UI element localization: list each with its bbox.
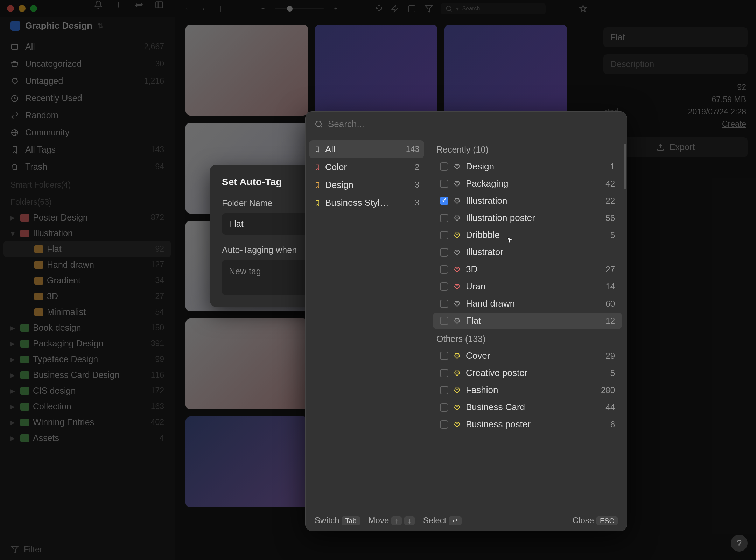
sidebar-item-all-tags[interactable]: All Tags143 — [0, 141, 175, 158]
inspector-title[interactable]: Flat — [603, 27, 748, 47]
tag-flat[interactable]: Flat12 — [433, 313, 622, 329]
back-icon[interactable]: ‹ — [182, 4, 192, 14]
tag-business-poster[interactable]: Business poster6 — [433, 416, 622, 433]
pin-icon[interactable] — [578, 4, 588, 14]
sidebar-item-trash[interactable]: Trash94 — [0, 158, 175, 175]
folder-business-card-design[interactable]: ▸Business Card Design116 — [0, 367, 175, 383]
zoom-in-icon[interactable]: + — [331, 4, 341, 14]
help-button[interactable]: ? — [731, 535, 748, 552]
folder-typeface-design[interactable]: ▸Typeface Design99 — [0, 351, 175, 367]
folder-winning-entries[interactable]: ▸Winning Entries402 — [0, 414, 175, 430]
disclosure-icon[interactable]: ▸ — [10, 354, 17, 364]
folder-assets[interactable]: ▸Assets4 — [0, 430, 175, 446]
tag-business-card[interactable]: Business Card44 — [433, 399, 622, 415]
folder-3d[interactable]: 3D27 — [0, 288, 175, 304]
disclosure-icon[interactable]: ▸ — [10, 370, 17, 380]
tag-packaging[interactable]: Packaging42 — [433, 175, 622, 192]
bell-icon[interactable] — [93, 0, 103, 10]
layout-icon[interactable] — [407, 4, 417, 14]
category-all[interactable]: All143 — [309, 140, 424, 158]
inspector-description[interactable]: Description — [603, 54, 748, 74]
checkbox[interactable] — [440, 420, 448, 429]
tag-illustration[interactable]: Illustration22 — [433, 192, 622, 209]
checkbox[interactable] — [440, 369, 448, 377]
checkbox[interactable] — [440, 197, 448, 205]
folder-cis-design[interactable]: ▸CIS design172 — [0, 383, 175, 399]
search-box[interactable]: ▾ Search — [441, 3, 546, 14]
sidebar-item-community[interactable]: Community — [0, 124, 175, 141]
disclosure-icon[interactable]: ▸ — [10, 433, 17, 443]
sidebar-item-uncategorized[interactable]: Uncategorized30 — [0, 55, 175, 72]
zoom-slider[interactable] — [275, 8, 324, 9]
disclosure-icon[interactable]: ▸ — [10, 386, 17, 396]
folder-book-design[interactable]: ▸Book design150 — [0, 320, 175, 336]
disclosure-icon[interactable]: ▸ — [10, 323, 17, 333]
tag-cover[interactable]: Cover29 — [433, 348, 622, 364]
bolt-icon[interactable] — [390, 4, 400, 14]
thumbnail[interactable] — [444, 24, 567, 115]
sidebar-item-all[interactable]: All2,667 — [0, 38, 175, 55]
picker-search-input[interactable] — [328, 119, 618, 130]
tag-design[interactable]: Design1 — [433, 158, 622, 175]
scrollbar[interactable] — [624, 144, 626, 189]
disclosure-icon[interactable]: ▸ — [10, 401, 17, 412]
disclosure-icon[interactable]: ▸ — [10, 338, 17, 349]
bookmark-icon — [314, 199, 321, 207]
forward-icon[interactable]: › — [199, 4, 209, 14]
extension-icon[interactable] — [373, 4, 383, 14]
folder-poster-design[interactable]: ▸Poster Design872 — [0, 210, 175, 225]
sidebar-item-random[interactable]: Random — [0, 107, 175, 124]
sidebar-item-untagged[interactable]: Untagged1,216 — [0, 72, 175, 90]
checkbox[interactable] — [440, 214, 448, 222]
filter-icon[interactable] — [424, 4, 434, 14]
checkbox[interactable] — [440, 265, 448, 274]
checkbox[interactable] — [440, 231, 448, 239]
category-color[interactable]: Color2 — [309, 158, 424, 176]
checkbox[interactable] — [440, 300, 448, 308]
folders-header[interactable]: Folders(63) — [0, 192, 175, 210]
plus-icon[interactable] — [114, 0, 124, 10]
sidebar-item-recently-used[interactable]: Recently Used — [0, 90, 175, 107]
disclosure-icon[interactable]: ▸ — [10, 417, 17, 427]
tag-fashion[interactable]: Fashion280 — [433, 382, 622, 398]
tag-illustrator[interactable]: Illustrator — [433, 244, 622, 260]
thumbnail[interactable] — [186, 416, 308, 507]
folder-packaging-design[interactable]: ▸Packaging Design391 — [0, 336, 175, 351]
filter-bar[interactable]: Filter — [0, 539, 175, 560]
disclosure-icon[interactable]: ▸ — [10, 212, 17, 223]
tag-dribbble[interactable]: Dribbble5 — [433, 227, 622, 243]
checkbox[interactable] — [440, 282, 448, 291]
category-business-styl-[interactable]: Business Styl…3 — [309, 194, 424, 212]
checkbox[interactable] — [440, 248, 448, 257]
folder-gradient[interactable]: Gradient34 — [0, 273, 175, 288]
checkbox[interactable] — [440, 403, 448, 412]
checkbox[interactable] — [440, 162, 448, 171]
checkbox[interactable] — [440, 352, 448, 360]
tag-3d[interactable]: 3D27 — [433, 261, 622, 278]
smart-folders-header[interactable]: Smart Folders(4) — [0, 175, 175, 192]
tag-label: Fashion — [466, 385, 498, 396]
tag-illustration-poster[interactable]: Illustration poster56 — [433, 210, 622, 226]
checkbox[interactable] — [440, 317, 448, 325]
category-design[interactable]: Design3 — [309, 176, 424, 194]
tag-hand-drawn[interactable]: Hand drawn60 — [433, 295, 622, 312]
checkbox[interactable] — [440, 180, 448, 188]
tag-uran[interactable]: Uran14 — [433, 278, 622, 295]
thumbnail[interactable] — [186, 24, 308, 115]
folder-flat[interactable]: Flat92 — [4, 241, 171, 257]
disclosure-icon[interactable]: ▾ — [10, 228, 17, 238]
tag-creative-poster[interactable]: Creative poster5 — [433, 365, 622, 381]
row-value[interactable]: Create — [722, 119, 746, 129]
search-dropdown-icon[interactable]: ▾ — [456, 6, 459, 12]
folder-collection[interactable]: ▸Collection163 — [0, 399, 175, 414]
workspace-selector[interactable]: Graphic Design ⇅ — [0, 17, 175, 38]
folder-hand-drawn[interactable]: Hand drawn127 — [0, 257, 175, 273]
folder-minimalist[interactable]: Minimalist54 — [0, 304, 175, 320]
folder-illustration[interactable]: ▾Illustration — [0, 225, 175, 241]
thumbnail[interactable] — [315, 24, 438, 115]
transfer-icon[interactable] — [134, 0, 144, 10]
sidebar-toggle-icon[interactable] — [154, 0, 164, 10]
thumbnail[interactable] — [186, 318, 308, 410]
zoom-out-icon[interactable]: − — [258, 4, 268, 14]
checkbox[interactable] — [440, 386, 448, 394]
